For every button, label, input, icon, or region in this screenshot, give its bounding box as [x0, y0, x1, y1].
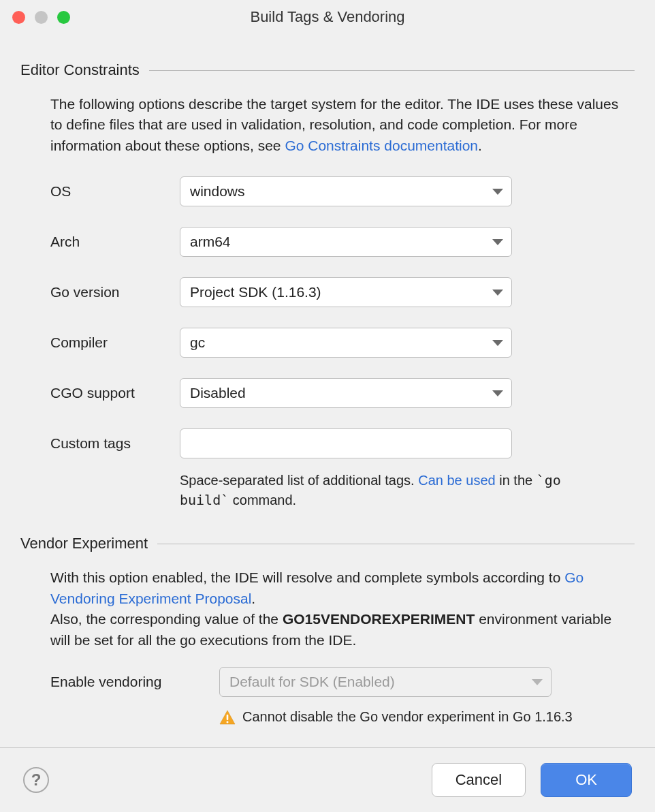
os-value: windows	[190, 183, 245, 200]
custom-tags-help: Space-separated list of additional tags.…	[180, 471, 602, 510]
arch-dropdown[interactable]: arm64	[180, 227, 512, 257]
window-title: Build Tags & Vendoring	[0, 8, 655, 26]
vendor-experiment-warning: Cannot disable the Go vendor experiment …	[219, 709, 628, 725]
go-version-value: Project SDK (1.16.3)	[190, 284, 321, 300]
vendor-experiment-header: Vendor Experiment	[20, 535, 635, 552]
editor-constraints-title: Editor Constraints	[20, 61, 140, 79]
titlebar: Build Tags & Vendoring	[0, 0, 655, 34]
cgo-support-dropdown[interactable]: Disabled	[180, 378, 512, 408]
chevron-down-icon	[532, 679, 543, 685]
warning-icon	[219, 710, 236, 725]
compiler-dropdown[interactable]: gc	[180, 328, 512, 358]
arch-value: arm64	[190, 234, 231, 250]
help-button[interactable]: ?	[23, 767, 49, 793]
dialog-footer: ? Cancel OK	[0, 747, 655, 812]
enable-vendoring-dropdown: Default for SDK (Enabled)	[219, 667, 552, 697]
custom-tags-help-link[interactable]: Can be used	[418, 473, 495, 488]
cgo-support-value: Disabled	[190, 385, 246, 401]
chevron-down-icon	[492, 340, 503, 346]
enable-vendoring-value: Default for SDK (Enabled)	[229, 674, 395, 690]
warning-text: Cannot disable the Go vendor experiment …	[242, 709, 573, 725]
editor-constraints-header: Editor Constraints	[20, 61, 635, 79]
enable-vendoring-label: Enable vendoring	[50, 674, 219, 690]
cgo-support-label: CGO support	[50, 385, 180, 401]
os-dropdown[interactable]: windows	[180, 176, 512, 206]
svg-rect-0	[227, 715, 229, 720]
editor-constraints-description: The following options describe the targe…	[50, 94, 628, 156]
arch-label: Arch	[50, 234, 180, 250]
env-var-name: GO15VENDOREXPERIMENT	[283, 611, 475, 627]
compiler-label: Compiler	[50, 334, 180, 351]
go-version-dropdown[interactable]: Project SDK (1.16.3)	[180, 277, 512, 307]
vendor-experiment-title: Vendor Experiment	[20, 535, 148, 552]
custom-tags-input[interactable]	[180, 428, 512, 458]
compiler-value: gc	[190, 334, 205, 351]
cancel-button[interactable]: Cancel	[432, 763, 526, 797]
vendor-experiment-description: With this option enabled, the IDE will r…	[50, 567, 628, 651]
custom-tags-label: Custom tags	[50, 435, 180, 452]
ok-button[interactable]: OK	[541, 763, 632, 797]
chevron-down-icon	[492, 390, 503, 396]
svg-point-1	[227, 721, 229, 723]
chevron-down-icon	[492, 239, 503, 245]
os-label: OS	[50, 183, 180, 200]
go-version-label: Go version	[50, 284, 180, 300]
chevron-down-icon	[492, 290, 503, 296]
go-constraints-doc-link[interactable]: Go Constraints documentation	[285, 138, 478, 153]
chevron-down-icon	[492, 189, 503, 195]
